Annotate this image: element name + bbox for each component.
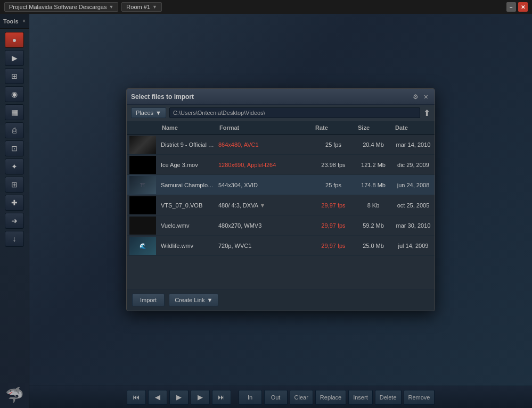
dialog-controls: ⚙ ×: [412, 91, 430, 102]
file-size: 20.4 Mb: [355, 141, 392, 148]
replace-button[interactable]: Replace: [315, 390, 346, 405]
header-date: Date: [392, 123, 435, 132]
down-tool[interactable]: ↓: [5, 231, 24, 247]
table-row[interactable]: Vuelo.wmv480x270, WMV329,97 fps59.2 Mbma…: [127, 215, 435, 236]
left-toolbar: Tools × ● ▶ ⊞ ◉ ▦ ⎙ ⊡ ✦ ⊞ ✚ ➜ ↓ 🦈: [0, 14, 29, 408]
plus-tool[interactable]: ✚: [5, 195, 24, 211]
import-button[interactable]: Import: [132, 294, 165, 306]
toolbar-title: Tools: [3, 18, 19, 24]
file-thumbnail: [129, 196, 156, 214]
grid-tool[interactable]: ⊞: [5, 68, 24, 84]
delete-button[interactable]: Delete: [375, 390, 402, 405]
toolbar-items: ● ▶ ⊞ ◉ ▦ ⎙ ⊡ ✦ ⊞ ✚ ➜ ↓: [0, 29, 29, 382]
file-name: Wildlife.wmv: [159, 243, 216, 249]
project-arrow: ▼: [109, 4, 113, 10]
insert-button[interactable]: Insert: [348, 390, 373, 405]
file-list: Name Format Rate Size Date District 9 - …: [127, 121, 435, 289]
title-bar-right: − ✕: [506, 2, 528, 12]
file-name: District 9 - Official Trailer 2.mp4: [159, 141, 216, 148]
places-label: Places: [136, 110, 153, 116]
clear-button[interactable]: Clear: [290, 390, 313, 405]
project-label: Project Malavida Software Descargas: [9, 4, 107, 10]
camera-tool[interactable]: ⊡: [5, 140, 24, 156]
table-tool[interactable]: ▦: [5, 104, 24, 120]
path-display: C:\Users\Ontecnia\Desktop\Videos\: [169, 107, 420, 118]
dialog-close-button[interactable]: ×: [422, 91, 430, 102]
table-row[interactable]: Ice Age 3.mov1280x690, AppleH26423.98 fp…: [127, 155, 435, 175]
room-dropdown[interactable]: Room #1 ▼: [121, 2, 162, 12]
play-tool[interactable]: ▶: [5, 50, 24, 66]
file-size: 8 Kb: [355, 202, 392, 209]
file-thumbnail: ⛩: [129, 176, 156, 194]
close-window-button[interactable]: ✕: [518, 2, 528, 12]
table-row[interactable]: ⛩Samurai Champloo.avi544x304, XVID25 fps…: [127, 175, 435, 195]
header-thumb: [127, 123, 159, 132]
file-size: 174.8 Mb: [355, 182, 392, 188]
next-button[interactable]: ▶: [191, 390, 210, 405]
file-rate: 29,97 fps: [312, 222, 355, 229]
create-link-label: Create Link: [175, 297, 204, 303]
file-size: 25.0 Mb: [355, 243, 392, 249]
file-list-header: Name Format Rate Size Date: [127, 121, 435, 135]
file-rate: 29,97 fps: [312, 202, 355, 209]
file-list-body: District 9 - Official Trailer 2.mp4864x4…: [127, 135, 435, 289]
file-name: VTS_07_0.VOB: [159, 202, 216, 209]
file-date: mar 14, 2010: [392, 141, 435, 148]
minimize-button[interactable]: −: [506, 2, 516, 12]
prev-button[interactable]: ◀: [148, 390, 167, 405]
nav-up-button[interactable]: ⬆: [423, 108, 430, 118]
shark-logo-area: 🦈: [0, 382, 29, 408]
table-row[interactable]: VTS_07_0.VOB480/ 4:3, DXVA ▼29,97 fps8 K…: [127, 195, 435, 215]
file-format: 864x480, AVC1: [216, 141, 312, 148]
file-format: 1280x690, AppleH264: [216, 162, 312, 168]
file-size: 121.2 Mb: [355, 162, 392, 168]
dialog-title: Select files to import: [131, 93, 194, 101]
room-label: Room #1: [126, 4, 150, 10]
play-button[interactable]: ▶: [169, 390, 189, 405]
file-name: Samurai Champloo.avi: [159, 182, 216, 188]
header-size: Size: [355, 123, 392, 132]
create-link-button[interactable]: Create Link ▼: [169, 294, 218, 306]
places-arrow: ▼: [155, 110, 161, 116]
file-date: mar 30, 2010: [392, 222, 435, 229]
header-rate: Rate: [312, 123, 355, 132]
in-button[interactable]: In: [239, 390, 262, 405]
file-size: 59.2 Mb: [355, 222, 392, 229]
last-button[interactable]: ⏭: [212, 390, 231, 405]
toolbar-close[interactable]: ×: [22, 18, 26, 24]
file-rate: 25 fps: [312, 182, 355, 188]
remove-button[interactable]: Remove: [404, 390, 435, 405]
main-content: Select files to import ⚙ × Places ▼ C:\U…: [29, 14, 532, 386]
file-date: dic 29, 2009: [392, 162, 435, 168]
file-format: 480/ 4:3, DXVA ▼: [216, 202, 312, 209]
toolbar-header: Tools ×: [0, 14, 29, 29]
header-format: Format: [216, 123, 312, 132]
create-link-arrow: ▼: [207, 297, 212, 303]
first-button[interactable]: ⏮: [127, 390, 146, 405]
file-rate: 29,97 fps: [312, 243, 355, 249]
dialog-settings-icon[interactable]: ⚙: [412, 92, 420, 102]
print-tool[interactable]: ⎙: [5, 122, 24, 138]
title-bar-left: Project Malavida Software Descargas ▼ Ro…: [4, 2, 162, 12]
out-button[interactable]: Out: [264, 390, 288, 405]
header-name: Name: [159, 123, 216, 132]
file-thumbnail: 🌊: [129, 237, 156, 255]
record-tool[interactable]: ●: [5, 32, 24, 48]
places-dropdown[interactable]: Places ▼: [131, 107, 166, 118]
file-toolbar: Places ▼ C:\Users\Ontecnia\Desktop\Video…: [127, 105, 435, 121]
file-format: 480x270, WMV3: [216, 222, 312, 229]
table-row[interactable]: 🌊Wildlife.wmv720p, WVC129,97 fps25.0 Mbj…: [127, 236, 435, 256]
room-arrow: ▼: [152, 4, 157, 10]
arrow-right-tool[interactable]: ➜: [5, 213, 24, 229]
project-dropdown[interactable]: Project Malavida Software Descargas ▼: [4, 2, 118, 12]
settings-tool[interactable]: ✦: [5, 159, 24, 174]
file-date: oct 25, 2005: [392, 202, 435, 209]
file-name: Ice Age 3.mov: [159, 162, 216, 168]
dialog-footer: Import Create Link ▼: [127, 289, 435, 311]
file-format: 544x304, XVID: [216, 182, 312, 188]
file-format: 720p, WVC1: [216, 243, 312, 249]
file-name: Vuelo.wmv: [159, 222, 216, 229]
grid2-tool[interactable]: ⊞: [5, 177, 24, 193]
circle-tool[interactable]: ◉: [5, 86, 24, 102]
table-row[interactable]: District 9 - Official Trailer 2.mp4864x4…: [127, 135, 435, 155]
